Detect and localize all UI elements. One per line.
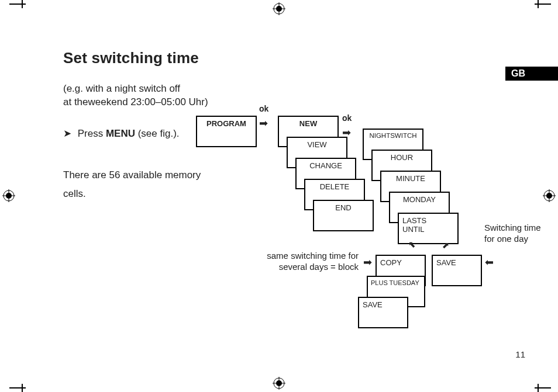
arrow-right-icon: ➡ [363, 257, 372, 268]
registration-mark-icon [273, 2, 285, 15]
arrow-left-icon: ➡ [485, 257, 494, 268]
note-block: same switching time forseveral days = bl… [259, 250, 359, 272]
memory-note: There are 56 available memory cells. [63, 166, 201, 203]
box-save: SAVE [432, 255, 482, 286]
arrow-right-icon: ➡ [342, 127, 351, 138]
box-end: END [313, 200, 374, 231]
intro-paragraph: (e.g. with a night switch off at theweek… [63, 82, 208, 109]
press-menu-instruction: ➤ Press MENU (see fig.). [63, 127, 180, 140]
box-lasts-until: LASTSUNTIL [398, 213, 459, 244]
box-save-2: SAVE [358, 297, 408, 328]
chevron-right-icon: ➤ [63, 128, 71, 139]
note-one-day: Switching timefor one day [484, 222, 541, 244]
registration-mark-icon [2, 189, 15, 202]
registration-mark-icon [543, 189, 556, 202]
menu-flow-diagram: PROGRAM ok ➡ NEW VIEW CHANGE DELETE END … [196, 104, 541, 349]
locale-tab: GB [505, 67, 558, 81]
page-number: 11 [515, 349, 525, 359]
registration-mark-icon [273, 377, 285, 390]
ok-label: ok [259, 104, 268, 113]
arrow-right-icon: ➡ [259, 118, 268, 129]
page-title: Set switching time [63, 49, 199, 67]
box-program: PROGRAM [196, 116, 257, 147]
ok-label: ok [342, 113, 352, 123]
